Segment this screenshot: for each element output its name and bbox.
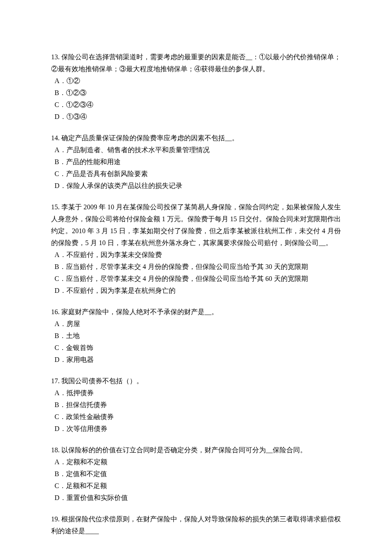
question-14: 14. 确定产品质量保证保险的保险费率应考虑的因素不包括__。 A．产品制造者、… <box>51 132 341 192</box>
question-number: 18. <box>51 446 60 454</box>
options: A．抵押债券 B．担保信托债券 C．政策性金融债券 D．次等信用债券 <box>51 387 341 435</box>
options: A．①② B．①②③ C．①②③④ D．①③④ <box>51 75 341 123</box>
options: A．产品制造者、销售者的技术水平和质量管理情况 B．产品的性能和用途 C．产品是… <box>51 144 341 192</box>
question-number: 14. <box>51 134 60 142</box>
option-a: A．房屋 <box>55 318 341 330</box>
question-13: 13. 保险公司在选择营销渠道时，需要考虑的最重要的因素是能否__：①以最小的代… <box>51 51 341 123</box>
option-b: B．产品的性能和用途 <box>55 156 341 168</box>
option-b: B．定值和不定值 <box>55 468 341 480</box>
option-c: C．①②③④ <box>55 99 341 111</box>
option-b: B．应当赔付，尽管李某未交 4 月份的保险费，但保险公司应当给予其 30 天的宽… <box>55 261 341 273</box>
option-d: D．重置价值和实际价值 <box>55 492 341 504</box>
question-text: 18. 以保险标的的价值在订立合同时是否确定分类，财产保险合同可分为__保险合同… <box>51 444 341 456</box>
question-body: 根据保险代位求偿原则，在财产保险中，保险人对导致保险标的损失的第三者取得请求赔偿… <box>51 515 341 535</box>
question-body: 以保险标的的价值在订立合同时是否确定分类，财产保险合同可分为__保险合同。 <box>61 446 307 454</box>
question-body: 确定产品质量保证保险的保险费率应考虑的因素不包括__。 <box>61 134 239 142</box>
question-number: 17. <box>51 377 60 384</box>
question-number: 19. <box>51 515 60 523</box>
question-number: 16. <box>51 308 60 315</box>
question-17: 17. 我国公司债券不包括（）。 A．抵押债券 B．担保信托债券 C．政策性金融… <box>51 375 341 435</box>
option-a: A．产品制造者、销售者的技术水平和质量管理情况 <box>55 144 341 156</box>
question-text: 13. 保险公司在选择营销渠道时，需要考虑的最重要的因素是能否__：①以最小的代… <box>51 51 341 75</box>
question-text: 14. 确定产品质量保证保险的保险费率应考虑的因素不包括__。 <box>51 132 341 144</box>
option-c: C．政策性金融债券 <box>55 411 341 423</box>
question-text: 16. 家庭财产保险中，保险人绝对不予承保的财产是__。 <box>51 306 341 318</box>
option-c: C．金银首饰 <box>55 342 341 354</box>
question-text: 17. 我国公司债券不包括（）。 <box>51 375 341 387</box>
options: A．定额和不定额 B．定值和不定值 C．足额和不足额 D．重置价值和实际价值 <box>51 456 341 504</box>
question-15: 15. 李某于 2009 年 10 月在某保险公司投保了某简易人身保险，保险合同… <box>51 201 341 297</box>
option-d: D．保险人承保的该类产品以往的损失记录 <box>55 180 341 192</box>
option-a: A．定额和不定额 <box>55 456 341 468</box>
question-16: 16. 家庭财产保险中，保险人绝对不予承保的财产是__。 A．房屋 B．土地 C… <box>51 306 341 366</box>
option-d: D．次等信用债券 <box>55 423 341 435</box>
option-c: C．足额和不足额 <box>55 480 341 492</box>
option-a: A．不应赔付，因为李某未交保险费 <box>55 249 341 261</box>
question-body: 我国公司债券不包括（）。 <box>61 377 143 384</box>
option-b: B．土地 <box>55 330 341 342</box>
options: A．房屋 B．土地 C．金银首饰 D．家用电器 <box>51 318 341 366</box>
page-content: 13. 保险公司在选择营销渠道时，需要考虑的最重要的因素是能否__：①以最小的代… <box>0 0 392 555</box>
option-c: C．产品是否具有创新风险要素 <box>55 168 341 180</box>
option-c: C．应当赔付，尽管李某未交 4 月份的保险费，但保险公司应当给予其 60 天的宽… <box>55 273 341 285</box>
options: A．不应赔付，因为李某未交保险费 B．应当赔付，尽管李某未交 4 月份的保险费，… <box>51 249 341 297</box>
option-b: B．担保信托债券 <box>55 399 341 411</box>
option-d: D．①③④ <box>55 111 341 123</box>
option-a: A．①② <box>55 75 341 87</box>
option-d: D．家用电器 <box>55 354 341 366</box>
question-text: 19. 根据保险代位求偿原则，在财产保险中，保险人对导致保险标的损失的第三者取得… <box>51 513 341 537</box>
question-body: 家庭财产保险中，保险人绝对不予承保的财产是__。 <box>61 308 218 315</box>
option-a: A．抵押债券 <box>55 387 341 399</box>
question-body: 保险公司在选择营销渠道时，需要考虑的最重要的因素是能否__：①以最小的代价推销保… <box>51 53 341 72</box>
question-text: 15. 李某于 2009 年 10 月在某保险公司投保了某简易人身保险，保险合同… <box>51 201 341 249</box>
question-18: 18. 以保险标的的价值在订立合同时是否确定分类，财产保险合同可分为__保险合同… <box>51 444 341 504</box>
question-19: 19. 根据保险代位求偿原则，在财产保险中，保险人对导致保险标的损失的第三者取得… <box>51 513 341 537</box>
option-b: B．①②③ <box>55 87 341 99</box>
option-d: D．不应赔付，因为李某是在杭州身亡的 <box>55 285 341 297</box>
question-body: 李某于 2009 年 10 月在某保险公司投保了某简易人身保险，保险合同约定，如… <box>51 203 341 246</box>
question-number: 13. <box>51 53 60 61</box>
question-number: 15. <box>51 203 60 211</box>
